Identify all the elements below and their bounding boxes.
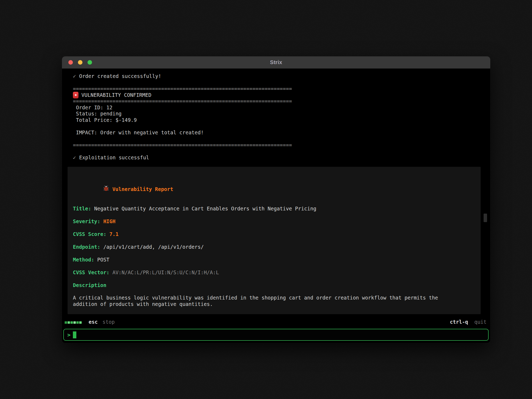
siren-icon bbox=[73, 92, 78, 98]
vulnerability-confirmed-text: VULNERABILITY CONFIRMED bbox=[81, 92, 151, 98]
prompt-chevron: > bbox=[67, 332, 70, 338]
severity-label: Severity: bbox=[73, 218, 103, 224]
window-title: Strix bbox=[62, 59, 490, 65]
stop-action-label: stop bbox=[102, 319, 115, 325]
report-title-row: Title: Negative Quantity Acceptance in C… bbox=[73, 205, 475, 212]
command-input[interactable]: > bbox=[63, 329, 489, 341]
esc-key-hint[interactable]: esc bbox=[89, 319, 98, 325]
exploitation-successful-text: Exploitation successful bbox=[79, 155, 149, 160]
status-line: Status: pending bbox=[62, 111, 490, 117]
scrollbar-thumb[interactable] bbox=[484, 214, 487, 222]
close-button[interactable] bbox=[68, 60, 73, 65]
vulnerability-report-panel: Vulnerability Report Title: Negative Qua… bbox=[68, 167, 481, 314]
impact-line: IMPACT: Order with negative total create… bbox=[62, 130, 490, 136]
window-titlebar[interactable]: Strix bbox=[62, 56, 490, 69]
order-id-line: Order ID: 12 bbox=[62, 105, 490, 111]
bug-icon bbox=[73, 179, 109, 199]
terminal-log: ✓Order created successfully! ===========… bbox=[62, 69, 490, 161]
endpoint-label: Endpoint: bbox=[73, 244, 103, 250]
report-vector-row: CVSS Vector: AV:N/AC:L/PR:L/UI:N/S:U/C:N… bbox=[73, 269, 475, 276]
severity-value: HIGH bbox=[103, 218, 115, 224]
cvss-score-label: CVSS Score: bbox=[73, 231, 109, 237]
zoom-button[interactable] bbox=[88, 60, 92, 65]
ctrl-q-key-hint[interactable]: ctrl-q bbox=[450, 319, 468, 325]
vulnerability-confirmed-line: VULNERABILITY CONFIRMED bbox=[62, 92, 490, 98]
terminal-output-area[interactable]: ✓Order created successfully! ===========… bbox=[62, 69, 490, 343]
order-created-text: Order created successfully! bbox=[79, 73, 161, 79]
status-right: ctrl-q quit bbox=[450, 319, 487, 325]
title-value: Negative Quantity Acceptance in Cart Ena… bbox=[94, 206, 316, 211]
report-header-text: Vulnerability Report bbox=[112, 186, 173, 192]
description-heading: Description bbox=[73, 282, 475, 288]
separator-line: ========================================… bbox=[62, 86, 490, 92]
method-label: Method: bbox=[73, 257, 97, 263]
report-severity-row: Severity: HIGH bbox=[73, 218, 475, 225]
check-icon: ✓ bbox=[73, 155, 76, 160]
minimize-button[interactable] bbox=[78, 60, 82, 65]
status-left: esc stop bbox=[65, 319, 115, 325]
report-endpoint-row: Endpoint: /api/v1/cart/add, /api/v1/orde… bbox=[73, 244, 475, 250]
method-value: POST bbox=[97, 257, 110, 263]
endpoint-value: /api/v1/cart/add, /api/v1/orders/ bbox=[103, 244, 204, 250]
status-bar: esc stop ctrl-q quit bbox=[65, 318, 487, 325]
strix-terminal-window: Strix ✓Order created successfully! =====… bbox=[62, 56, 490, 343]
description-paragraph-2: The application accepts negative integer… bbox=[73, 314, 475, 314]
separator-line: ========================================… bbox=[62, 98, 490, 105]
report-cvss-row: CVSS Score: 7.1 bbox=[73, 231, 475, 237]
separator-line: ========================================… bbox=[62, 142, 490, 148]
activity-indicator bbox=[65, 319, 82, 325]
cvss-score-value: 7.1 bbox=[109, 231, 118, 237]
report-method-row: Method: POST bbox=[73, 256, 475, 263]
cvss-vector-label: CVSS Vector: bbox=[73, 269, 113, 275]
cvss-vector-value: AV:N/AC:L/PR:L/UI:N/S:U/C:N/I:H/A:L bbox=[113, 269, 219, 275]
total-price-line: Total Price: $-149.9 bbox=[62, 117, 490, 123]
text-cursor bbox=[73, 331, 76, 338]
exploitation-successful-line: ✓Exploitation successful bbox=[62, 155, 490, 161]
description-paragraph-1: A critical business logic vulnerability … bbox=[73, 295, 475, 307]
title-label: Title: bbox=[73, 206, 94, 211]
window-controls bbox=[68, 60, 92, 65]
check-icon: ✓ bbox=[73, 73, 76, 79]
report-header: Vulnerability Report bbox=[73, 179, 475, 199]
quit-action-label: quit bbox=[474, 319, 487, 325]
order-created-line: ✓Order created successfully! bbox=[62, 73, 490, 80]
